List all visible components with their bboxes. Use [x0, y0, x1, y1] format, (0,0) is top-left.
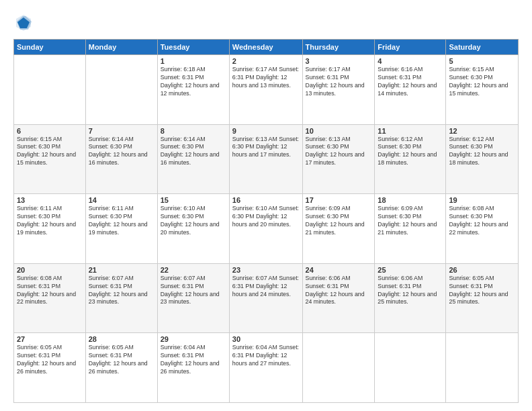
day-info: Sunrise: 6:08 AM Sunset: 6:31 PM Dayligh… [17, 275, 83, 307]
day-info: Sunrise: 6:08 AM Sunset: 6:30 PM Dayligh… [449, 205, 515, 237]
day-info: Sunrise: 6:14 AM Sunset: 6:30 PM Dayligh… [89, 136, 154, 168]
day-info: Sunrise: 6:09 AM Sunset: 6:30 PM Dayligh… [378, 205, 443, 237]
day-number: 28 [89, 335, 154, 343]
calendar-cell: 28Sunrise: 6:05 AM Sunset: 6:31 PM Dayli… [85, 333, 157, 403]
day-number: 24 [306, 266, 372, 274]
day-number: 21 [89, 266, 154, 274]
day-number: 13 [17, 196, 83, 204]
calendar-cell: 1Sunrise: 6:18 AM Sunset: 6:31 PM Daylig… [157, 55, 229, 125]
day-number: 17 [306, 196, 372, 204]
day-number: 9 [232, 127, 300, 135]
calendar-week-5: 27Sunrise: 6:05 AM Sunset: 6:31 PM Dayli… [14, 333, 519, 403]
day-number: 10 [306, 127, 372, 135]
header [13, 12, 519, 32]
calendar-cell: 19Sunrise: 6:08 AM Sunset: 6:30 PM Dayli… [446, 194, 519, 264]
day-number: 7 [89, 127, 154, 135]
day-info: Sunrise: 6:16 AM Sunset: 6:31 PM Dayligh… [378, 66, 443, 98]
day-number: 1 [161, 57, 226, 65]
calendar-cell: 10Sunrise: 6:13 AM Sunset: 6:30 PM Dayli… [302, 124, 375, 194]
calendar-cell: 16Sunrise: 6:10 AM Sunset: 6:30 PM Dayli… [229, 194, 302, 264]
calendar-cell: 12Sunrise: 6:12 AM Sunset: 6:30 PM Dayli… [446, 124, 519, 194]
day-info: Sunrise: 6:06 AM Sunset: 6:31 PM Dayligh… [378, 275, 443, 307]
calendar-cell: 24Sunrise: 6:06 AM Sunset: 6:31 PM Dayli… [302, 263, 375, 333]
calendar-cell: 29Sunrise: 6:04 AM Sunset: 6:31 PM Dayli… [157, 333, 229, 403]
day-info: Sunrise: 6:06 AM Sunset: 6:31 PM Dayligh… [306, 275, 372, 307]
calendar-cell [302, 333, 375, 403]
calendar-cell: 9Sunrise: 6:13 AM Sunset: 6:30 PM Daylig… [229, 124, 302, 194]
day-info: Sunrise: 6:15 AM Sunset: 6:30 PM Dayligh… [449, 66, 515, 98]
day-info: Sunrise: 6:05 AM Sunset: 6:31 PM Dayligh… [17, 344, 83, 376]
day-info: Sunrise: 6:05 AM Sunset: 6:31 PM Dayligh… [449, 275, 515, 307]
calendar-week-2: 6Sunrise: 6:15 AM Sunset: 6:30 PM Daylig… [14, 124, 519, 194]
day-number: 3 [306, 57, 372, 65]
calendar-cell: 27Sunrise: 6:05 AM Sunset: 6:31 PM Dayli… [14, 333, 86, 403]
page: Sunday Monday Tuesday Wednesday Thursday… [0, 0, 532, 411]
calendar-cell: 8Sunrise: 6:14 AM Sunset: 6:30 PM Daylig… [157, 124, 229, 194]
day-info: Sunrise: 6:04 AM Sunset: 6:31 PM Dayligh… [232, 344, 300, 368]
logo-icon [13, 12, 34, 32]
calendar-cell: 20Sunrise: 6:08 AM Sunset: 6:31 PM Dayli… [14, 263, 86, 333]
day-number: 26 [449, 266, 515, 274]
calendar-cell [85, 55, 157, 125]
header-row: Sunday Monday Tuesday Wednesday Thursday… [14, 40, 519, 55]
calendar-cell: 3Sunrise: 6:17 AM Sunset: 6:31 PM Daylig… [302, 55, 375, 125]
calendar-cell: 25Sunrise: 6:06 AM Sunset: 6:31 PM Dayli… [375, 263, 446, 333]
col-friday: Friday [375, 40, 446, 55]
day-number: 5 [449, 57, 515, 65]
day-number: 23 [232, 266, 300, 274]
day-info: Sunrise: 6:05 AM Sunset: 6:31 PM Dayligh… [89, 344, 154, 376]
calendar-cell: 22Sunrise: 6:07 AM Sunset: 6:31 PM Dayli… [157, 263, 229, 333]
day-info: Sunrise: 6:10 AM Sunset: 6:30 PM Dayligh… [161, 205, 226, 237]
day-info: Sunrise: 6:10 AM Sunset: 6:30 PM Dayligh… [232, 205, 300, 229]
day-number: 22 [161, 266, 226, 274]
day-number: 19 [449, 196, 515, 204]
col-saturday: Saturday [446, 40, 519, 55]
day-number: 11 [378, 127, 443, 135]
col-thursday: Thursday [302, 40, 375, 55]
day-info: Sunrise: 6:14 AM Sunset: 6:30 PM Dayligh… [161, 136, 226, 168]
day-number: 2 [232, 57, 300, 65]
day-number: 27 [17, 335, 83, 343]
day-info: Sunrise: 6:18 AM Sunset: 6:31 PM Dayligh… [161, 66, 226, 98]
calendar-cell: 17Sunrise: 6:09 AM Sunset: 6:30 PM Dayli… [302, 194, 375, 264]
calendar-cell: 26Sunrise: 6:05 AM Sunset: 6:31 PM Dayli… [446, 263, 519, 333]
day-number: 8 [161, 127, 226, 135]
day-number: 4 [378, 57, 443, 65]
col-sunday: Sunday [14, 40, 86, 55]
day-info: Sunrise: 6:17 AM Sunset: 6:31 PM Dayligh… [232, 66, 300, 90]
day-info: Sunrise: 6:09 AM Sunset: 6:30 PM Dayligh… [306, 205, 372, 237]
calendar-week-3: 13Sunrise: 6:11 AM Sunset: 6:30 PM Dayli… [14, 194, 519, 264]
calendar-table: Sunday Monday Tuesday Wednesday Thursday… [13, 39, 519, 403]
day-number: 12 [449, 127, 515, 135]
calendar-cell: 30Sunrise: 6:04 AM Sunset: 6:31 PM Dayli… [229, 333, 302, 403]
day-info: Sunrise: 6:07 AM Sunset: 6:31 PM Dayligh… [89, 275, 154, 307]
calendar-cell: 5Sunrise: 6:15 AM Sunset: 6:30 PM Daylig… [446, 55, 519, 125]
day-info: Sunrise: 6:13 AM Sunset: 6:30 PM Dayligh… [306, 136, 372, 168]
day-number: 20 [17, 266, 83, 274]
day-number: 18 [378, 196, 443, 204]
calendar-cell: 7Sunrise: 6:14 AM Sunset: 6:30 PM Daylig… [85, 124, 157, 194]
calendar-cell: 6Sunrise: 6:15 AM Sunset: 6:30 PM Daylig… [14, 124, 86, 194]
calendar-cell [14, 55, 86, 125]
day-info: Sunrise: 6:04 AM Sunset: 6:31 PM Dayligh… [161, 344, 226, 376]
col-monday: Monday [85, 40, 157, 55]
day-number: 14 [89, 196, 154, 204]
calendar-cell: 4Sunrise: 6:16 AM Sunset: 6:31 PM Daylig… [375, 55, 446, 125]
col-tuesday: Tuesday [157, 40, 229, 55]
calendar-cell: 23Sunrise: 6:07 AM Sunset: 6:31 PM Dayli… [229, 263, 302, 333]
day-info: Sunrise: 6:07 AM Sunset: 6:31 PM Dayligh… [232, 275, 300, 299]
calendar-cell: 11Sunrise: 6:12 AM Sunset: 6:30 PM Dayli… [375, 124, 446, 194]
calendar-cell: 14Sunrise: 6:11 AM Sunset: 6:30 PM Dayli… [85, 194, 157, 264]
day-info: Sunrise: 6:12 AM Sunset: 6:30 PM Dayligh… [378, 136, 443, 168]
day-info: Sunrise: 6:17 AM Sunset: 6:31 PM Dayligh… [306, 66, 372, 98]
day-info: Sunrise: 6:11 AM Sunset: 6:30 PM Dayligh… [17, 205, 83, 237]
day-number: 30 [232, 335, 300, 343]
col-wednesday: Wednesday [229, 40, 302, 55]
calendar-cell [375, 333, 446, 403]
day-number: 16 [232, 196, 300, 204]
calendar-cell: 18Sunrise: 6:09 AM Sunset: 6:30 PM Dayli… [375, 194, 446, 264]
calendar-week-4: 20Sunrise: 6:08 AM Sunset: 6:31 PM Dayli… [14, 263, 519, 333]
day-number: 25 [378, 266, 443, 274]
logo [13, 12, 36, 32]
calendar-cell: 15Sunrise: 6:10 AM Sunset: 6:30 PM Dayli… [157, 194, 229, 264]
